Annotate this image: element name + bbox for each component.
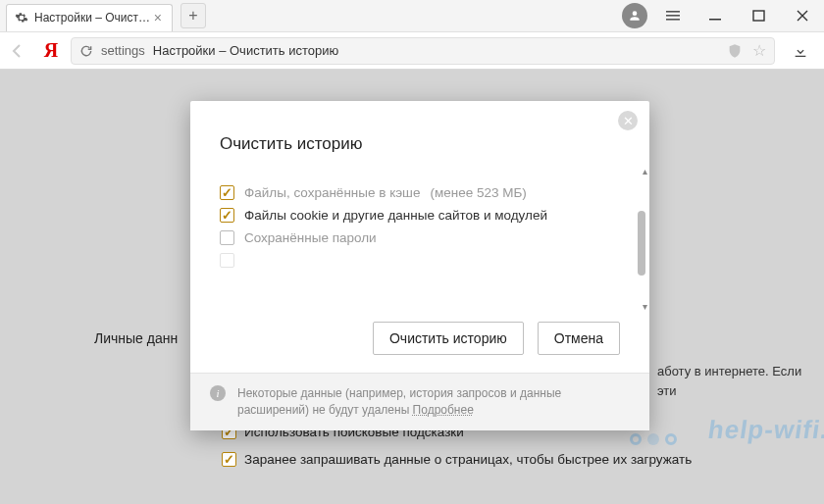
back-button bbox=[4, 37, 31, 65]
scroll-thumb[interactable] bbox=[638, 211, 645, 276]
yandex-logo-icon[interactable]: Я bbox=[37, 37, 65, 65]
svg-rect-4 bbox=[753, 11, 764, 21]
browser-tab[interactable]: Настройки – Очистить и… × bbox=[6, 4, 173, 31]
dialog-scrollbar[interactable]: ▴ ▾ bbox=[638, 172, 645, 306]
address-bar: Я settings Настройки – Очистить историю … bbox=[0, 32, 824, 70]
address-host: settings bbox=[101, 43, 145, 58]
downloads-icon[interactable] bbox=[787, 37, 814, 65]
dialog-footer: i Некоторые данные (например, история за… bbox=[190, 373, 649, 430]
dialog-body: Файлы, сохранённые в кэше (менее 523 МБ)… bbox=[190, 164, 649, 314]
window-menu-icon[interactable] bbox=[651, 0, 695, 31]
profile-icon[interactable] bbox=[622, 3, 647, 28]
dialog-title: Очистить историю bbox=[190, 101, 649, 164]
new-tab-button[interactable]: + bbox=[180, 3, 206, 28]
svg-rect-3 bbox=[709, 19, 721, 21]
option-label: Заранее запрашивать данные о страницах, … bbox=[244, 452, 692, 467]
svg-rect-2 bbox=[666, 19, 680, 21]
section-heading: Личные данн bbox=[94, 330, 178, 346]
checkbox-icon[interactable] bbox=[220, 208, 234, 223]
window-titlebar: Настройки – Очистить и… × + bbox=[0, 0, 824, 32]
option-label: Сохранённые пароли bbox=[244, 230, 377, 245]
gear-icon bbox=[15, 11, 28, 25]
cancel-button[interactable]: Отмена bbox=[538, 322, 620, 355]
address-field[interactable]: settings Настройки – Очистить историю ☆ bbox=[71, 37, 775, 65]
tab-close-icon[interactable]: × bbox=[152, 10, 164, 25]
window-minimize-button[interactable] bbox=[695, 0, 738, 31]
dialog-actions: Очистить историю Отмена bbox=[190, 314, 649, 373]
reload-icon[interactable] bbox=[79, 44, 93, 58]
svg-rect-0 bbox=[666, 11, 680, 13]
tab-title: Настройки – Очистить и… bbox=[34, 11, 152, 25]
checkbox-icon[interactable] bbox=[220, 230, 234, 245]
checkbox-icon[interactable] bbox=[220, 253, 234, 268]
bookmark-star-icon[interactable]: ☆ bbox=[752, 41, 766, 60]
address-path: Настройки – Очистить историю bbox=[153, 43, 338, 58]
dialog-close-button[interactable]: ✕ bbox=[618, 111, 638, 130]
info-icon: i bbox=[210, 385, 226, 401]
option-label: Файлы cookie и другие данные сайтов и мо… bbox=[244, 208, 547, 223]
footer-more-link[interactable]: Подробнее bbox=[413, 403, 474, 417]
option-size: (менее 523 МБ) bbox=[430, 185, 526, 200]
svg-rect-1 bbox=[666, 15, 680, 17]
clear-history-dialog: ✕ Очистить историю Файлы, сохранённые в … bbox=[190, 101, 649, 430]
scroll-down-icon[interactable]: ▾ bbox=[643, 301, 647, 312]
clear-history-button[interactable]: Очистить историю bbox=[373, 322, 524, 355]
checkbox-icon[interactable] bbox=[222, 452, 236, 467]
option-label: Файлы, сохранённые в кэше bbox=[244, 185, 420, 200]
option-cache[interactable]: Файлы, сохранённые в кэше (менее 523 МБ) bbox=[220, 185, 620, 200]
window-maximize-button[interactable] bbox=[738, 0, 781, 31]
shield-icon[interactable] bbox=[725, 41, 745, 61]
option-cookies[interactable]: Файлы cookie и другие данные сайтов и мо… bbox=[220, 208, 620, 223]
footer-text: Некоторые данные (например, история запр… bbox=[237, 386, 561, 417]
option-truncated[interactable] bbox=[220, 253, 620, 268]
window-close-button[interactable] bbox=[781, 0, 824, 31]
page-hint-text: аботу в интернете. Если эти bbox=[657, 362, 824, 400]
checkbox-icon[interactable] bbox=[220, 185, 234, 200]
option-passwords[interactable]: Сохранённые пароли bbox=[220, 230, 620, 245]
option-prefetch[interactable]: Заранее запрашивать данные о страницах, … bbox=[222, 452, 692, 467]
